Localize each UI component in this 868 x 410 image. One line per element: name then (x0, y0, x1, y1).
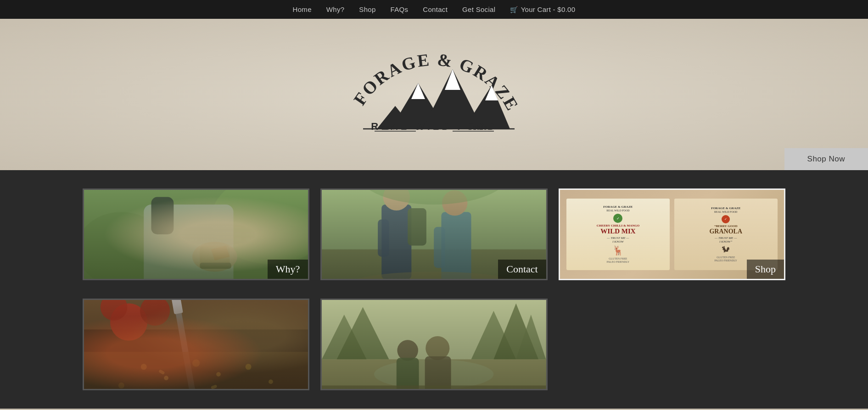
squirrel-icon: 🐿 (722, 245, 730, 255)
svg-marker-54 (322, 315, 367, 360)
svg-rect-51 (211, 384, 217, 389)
logo-container: FORAGE & GRAZE (336, 37, 533, 147)
svg-rect-25 (322, 190, 546, 249)
svg-rect-29 (408, 208, 427, 245)
cart-icon: 🛒 (510, 6, 518, 13)
svg-rect-17 (144, 205, 233, 279)
svg-marker-55 (337, 307, 389, 360)
svg-point-61 (398, 340, 419, 361)
svg-point-60 (374, 360, 493, 389)
nav-why[interactable]: Why? (326, 6, 345, 13)
people-image (322, 300, 546, 389)
svg-point-37 (110, 303, 147, 340)
svg-rect-64 (425, 356, 451, 389)
nav-cart[interactable]: 🛒 Your Cart - $0.00 (510, 6, 575, 13)
main-grid: Why? (0, 170, 868, 299)
why-card[interactable]: Why? (83, 188, 309, 280)
svg-point-16 (84, 212, 166, 279)
empty-card-slot (559, 299, 785, 390)
people-svg (322, 300, 546, 389)
hero-section: FORAGE & GRAZE (0, 19, 868, 170)
nav-home[interactable]: Home (293, 6, 312, 13)
svg-marker-21 (211, 245, 230, 260)
svg-rect-18 (151, 197, 174, 234)
svg-rect-40 (172, 300, 196, 389)
svg-text:2013: 2013 (473, 125, 487, 131)
deer-icon: 🦌 (612, 245, 624, 256)
ingredients-image (84, 300, 308, 389)
shop-now-button[interactable]: Shop Now (784, 148, 868, 170)
svg-rect-36 (84, 329, 308, 389)
svg-rect-65 (322, 386, 546, 389)
svg-rect-42 (84, 352, 308, 389)
svg-rect-20 (200, 245, 230, 268)
svg-marker-57 (494, 303, 539, 359)
ingredients-svg (84, 300, 308, 389)
svg-text:EST.: EST. (381, 125, 395, 131)
svg-point-47 (246, 364, 252, 370)
svg-rect-28 (378, 219, 389, 256)
svg-point-38 (140, 300, 170, 326)
svg-point-27 (383, 190, 410, 211)
svg-point-33 (359, 190, 509, 205)
svg-rect-62 (397, 358, 419, 389)
svg-rect-50 (158, 369, 165, 375)
svg-rect-26 (382, 205, 412, 279)
svg-point-45 (192, 360, 200, 367)
svg-point-39 (101, 300, 128, 321)
svg-point-15 (211, 190, 308, 264)
nav-contact[interactable]: Contact (423, 6, 448, 13)
product-wild-mix: FORAGE & GRAZEREAL WILD FOOD ✓ CHEERY CH… (566, 199, 670, 271)
svg-point-63 (426, 336, 450, 360)
svg-rect-53 (322, 300, 546, 360)
svg-point-19 (192, 242, 237, 271)
svg-point-46 (216, 372, 221, 377)
contact-card[interactable]: Contact (320, 188, 547, 280)
nav-shop[interactable]: Shop (359, 6, 375, 13)
nav-faqs[interactable]: FAQs (391, 6, 409, 13)
why-card-label: Why? (268, 260, 308, 279)
ingredients-card[interactable] (83, 299, 309, 390)
nav-get-social[interactable]: Get Social (462, 6, 495, 13)
shop-card-label: Shop (747, 260, 784, 279)
svg-point-48 (269, 380, 273, 384)
bottom-grid (0, 299, 868, 409)
svg-rect-22 (200, 263, 231, 269)
svg-point-31 (442, 190, 467, 216)
svg-rect-35 (84, 300, 308, 389)
contact-card-label: Contact (498, 260, 546, 279)
svg-rect-32 (434, 227, 445, 268)
svg-rect-59 (322, 360, 546, 389)
svg-rect-52 (322, 300, 546, 389)
svg-point-34 (344, 271, 524, 279)
people-outdoors-card[interactable] (320, 299, 547, 390)
svg-marker-56 (471, 311, 516, 360)
svg-point-43 (141, 364, 147, 370)
brand-logo: FORAGE & GRAZE (336, 37, 533, 147)
shop-card[interactable]: FORAGE & GRAZEREAL WILD FOOD ✓ CHEERY CH… (559, 188, 785, 280)
svg-rect-30 (442, 212, 471, 279)
svg-rect-41 (170, 300, 183, 314)
navigation: Home Why? Shop FAQs Contact Get Social 🛒… (0, 0, 868, 19)
svg-marker-58 (516, 315, 546, 360)
svg-point-44 (164, 376, 168, 380)
svg-point-49 (118, 382, 124, 388)
